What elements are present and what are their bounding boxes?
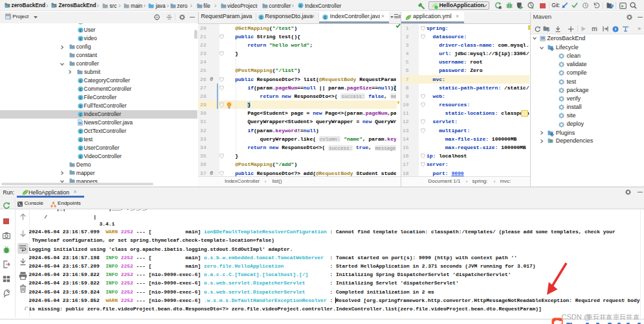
svg-text:c: c [79,28,82,32]
svg-text:c: c [79,154,82,159]
svg-text:c: c [79,129,82,133]
svg-text:c: c [79,36,82,41]
svg-text:c: c [324,15,327,19]
svg-text:c: c [79,23,82,24]
svg-text:c: c [79,87,82,91]
svg-text:c: c [79,78,82,83]
svg-text:c: c [79,146,82,150]
svg-text:c: c [300,3,302,8]
svg-text:c: c [260,15,263,19]
svg-text:c: c [79,104,82,108]
svg-text:c: c [79,95,82,100]
svg-text:c: c [79,112,82,117]
svg-text:c: c [79,137,82,142]
